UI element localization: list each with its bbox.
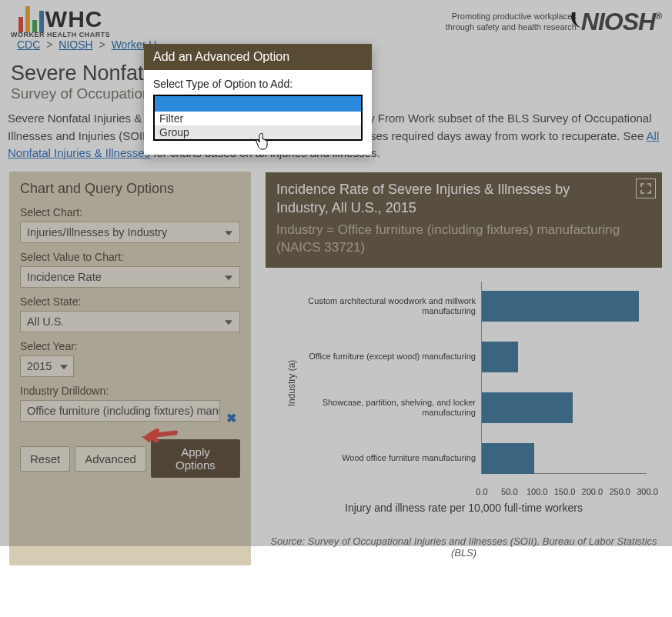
bar-row: Showcase, partition, shelving, and locke… bbox=[482, 386, 573, 429]
drilldown-label: Industry Drilldown: bbox=[20, 385, 240, 397]
chart-query-panel: Chart and Query Options Select Chart: In… bbox=[9, 172, 251, 565]
x-tick-label: 200.0 bbox=[582, 487, 603, 496]
select-option-group[interactable]: Group bbox=[155, 125, 361, 139]
advanced-option-modal: Add an Advanced Option Select Type of Op… bbox=[144, 44, 372, 155]
chart-subtitle: Industry = Office furniture (including f… bbox=[276, 222, 625, 257]
chart-header: Incidence Rate of Severe Injuries & Illn… bbox=[266, 172, 662, 268]
bar-row: Custom architectural woodwork and millwo… bbox=[482, 285, 639, 328]
select-state-dropdown[interactable]: All U.S. bbox=[20, 311, 240, 332]
chart-card: Incidence Rate of Severe Injuries & Illn… bbox=[265, 172, 663, 565]
select-year-label: Select Year: bbox=[20, 340, 240, 352]
logo-text: WHC bbox=[45, 6, 103, 32]
x-tick-label: 100.0 bbox=[527, 487, 548, 496]
panel-heading: Chart and Query Options bbox=[20, 181, 240, 197]
select-chart-dropdown[interactable]: Injuries/Illnesses by Industry bbox=[20, 222, 240, 243]
x-tick-label: 250.0 bbox=[609, 487, 630, 496]
chart-source-note: Source: Survey of Occupational Injuries … bbox=[266, 535, 662, 565]
select-option-blank[interactable] bbox=[155, 96, 361, 112]
breadcrumb-niosh[interactable]: NIOSH bbox=[59, 38, 92, 51]
reset-button[interactable]: Reset bbox=[20, 446, 70, 472]
select-year-dropdown[interactable]: 2015 bbox=[20, 355, 74, 377]
page-header: WHC WORKER HEALTH CHARTS Promoting produ… bbox=[0, 0, 672, 38]
bar-category-label: Custom architectural woodwork and millwo… bbox=[291, 296, 482, 316]
niosh-brand: Promoting productive workplaces through … bbox=[446, 8, 661, 36]
x-tick-label: 300.0 bbox=[637, 487, 658, 496]
option-type-select[interactable]: Filter Group bbox=[153, 95, 363, 141]
select-value-dropdown[interactable]: Incidence Rate bbox=[20, 266, 240, 288]
select-option-filter[interactable]: Filter bbox=[155, 112, 361, 125]
x-tick-label: 50.0 bbox=[501, 487, 517, 496]
x-axis-label: Injury and illness rate per 10,000 full-… bbox=[266, 502, 662, 514]
bar-row: Wood office furniture manufacturing bbox=[482, 437, 534, 480]
select-state-label: Select State: bbox=[20, 295, 240, 308]
expand-icon bbox=[640, 183, 651, 194]
niosh-logo-icon: NIOSH® bbox=[581, 8, 661, 36]
bar-category-label: Showcase, partition, shelving, and locke… bbox=[291, 398, 482, 418]
drilldown-field[interactable]: Office furniture (including fixtures) ma… bbox=[20, 400, 220, 422]
x-tick-label: 150.0 bbox=[554, 487, 576, 496]
bar-category-label: Office furniture (except wood) manufactu… bbox=[291, 352, 482, 362]
logo-subtext: WORKER HEALTH CHARTS bbox=[11, 31, 110, 38]
modal-title: Add an Advanced Option bbox=[144, 44, 372, 70]
chart-title: Incidence Rate of Severe Injuries & Illn… bbox=[276, 180, 625, 218]
select-value-label: Select Value to Chart: bbox=[20, 251, 240, 263]
bar[interactable] bbox=[482, 443, 534, 474]
bar[interactable] bbox=[482, 342, 518, 372]
bar[interactable] bbox=[482, 392, 573, 423]
expand-chart-button[interactable] bbox=[636, 178, 656, 198]
advanced-button[interactable]: Advanced bbox=[75, 446, 146, 472]
bar-category-label: Wood office furniture manufacturing bbox=[291, 453, 482, 463]
clear-drilldown-icon[interactable]: ✖ bbox=[226, 412, 236, 425]
bar[interactable] bbox=[482, 291, 639, 322]
bar-row: Office furniture (except wood) manufactu… bbox=[482, 335, 518, 379]
breadcrumb-cdc[interactable]: CDC bbox=[17, 38, 40, 51]
niosh-tagline-1: Promoting productive workplaces bbox=[446, 12, 577, 22]
modal-select-label: Select Type of Option to Add: bbox=[153, 78, 363, 90]
chart-plot-area: Industry (a) Custom architectural woodwo… bbox=[266, 268, 662, 499]
x-tick-label: 0.0 bbox=[476, 487, 487, 496]
whc-logo[interactable]: WHC WORKER HEALTH CHARTS bbox=[11, 3, 110, 38]
niosh-tagline-2: through safety and health research bbox=[446, 22, 577, 32]
select-chart-label: Select Chart: bbox=[20, 206, 240, 218]
